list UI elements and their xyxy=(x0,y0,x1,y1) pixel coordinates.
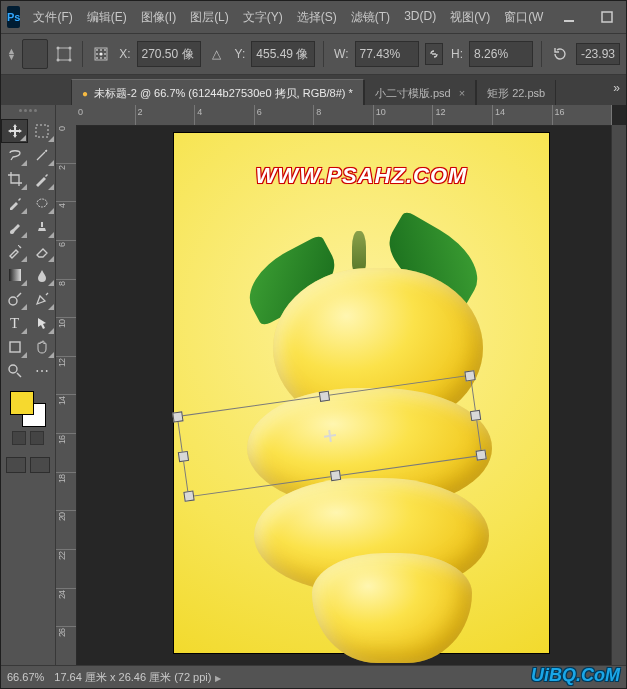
menu-3d[interactable]: 3D(D) xyxy=(397,5,443,30)
transform-handle[interactable] xyxy=(475,449,486,460)
vertical-scrollbar[interactable] xyxy=(611,125,626,666)
rotate-icon[interactable] xyxy=(550,41,570,67)
menu-view[interactable]: 视图(V) xyxy=(443,5,497,30)
x-field[interactable]: 270.50 像⁠ xyxy=(137,41,201,67)
pen-tool[interactable] xyxy=(28,287,55,311)
svg-point-11 xyxy=(96,53,98,55)
svg-rect-2 xyxy=(58,48,70,60)
menu-window[interactable]: 窗口(W xyxy=(497,5,550,30)
slice-tool[interactable] xyxy=(28,167,55,191)
svg-point-9 xyxy=(100,49,102,51)
color-swatches xyxy=(1,383,55,449)
crop-tool[interactable] xyxy=(1,167,28,191)
tabs-overflow-icon[interactable]: » xyxy=(613,81,620,95)
h-field[interactable]: 8.26% xyxy=(469,41,533,67)
menu-file[interactable]: 文件(F) xyxy=(26,5,79,30)
svg-point-3 xyxy=(57,47,60,50)
marquee-tool[interactable] xyxy=(28,119,55,143)
photoshop-window: Ps 文件(F) 编辑(E) 图像(I) 图层(L) 文字(Y) 选择(S) 滤… xyxy=(0,0,627,689)
tab-second[interactable]: 小二寸模版.psd × xyxy=(364,80,476,106)
svg-rect-17 xyxy=(36,125,48,137)
type-tool[interactable]: T xyxy=(1,311,28,335)
swap-colors-icon[interactable] xyxy=(30,431,44,445)
svg-rect-0 xyxy=(564,20,574,22)
transform-handle[interactable] xyxy=(178,451,189,462)
ruler-origin[interactable] xyxy=(56,105,77,126)
y-label: Y: xyxy=(235,47,246,61)
shape-tool[interactable] xyxy=(1,335,28,359)
transform-handle[interactable] xyxy=(183,490,194,501)
brush-tool[interactable] xyxy=(1,215,28,239)
clone-stamp-tool[interactable] xyxy=(28,215,55,239)
document-info[interactable]: 17.64 厘米 x 26.46 厘米 (72 ppi)▶ xyxy=(54,670,221,685)
hand-tool[interactable] xyxy=(28,335,55,359)
workspace: T ⋯ xyxy=(1,105,626,666)
svg-rect-20 xyxy=(9,269,21,281)
minimize-button[interactable] xyxy=(550,3,588,31)
lasso-tool[interactable] xyxy=(1,143,28,167)
transform-handle[interactable] xyxy=(470,410,481,421)
lemon-slice xyxy=(312,553,472,663)
w-label: W: xyxy=(334,47,348,61)
zoom-level[interactable]: 66.67% xyxy=(7,671,44,683)
svg-point-18 xyxy=(45,150,47,152)
transform-center-icon[interactable] xyxy=(323,429,337,443)
screenmode-icon[interactable] xyxy=(30,457,50,473)
move-tool[interactable] xyxy=(1,119,28,143)
tab-close-icon[interactable]: × xyxy=(459,87,465,99)
history-brush-tool[interactable] xyxy=(1,239,28,263)
transform-mode-icon[interactable] xyxy=(54,41,74,67)
x-label: X: xyxy=(119,47,130,61)
ruler-horizontal[interactable]: 0246810121416 xyxy=(76,105,612,126)
y-field[interactable]: 455.49 像⁠ xyxy=(251,41,315,67)
menu-layer[interactable]: 图层(L) xyxy=(183,5,236,30)
default-colors-icon[interactable] xyxy=(12,431,26,445)
lemon-stem xyxy=(352,231,366,271)
w-field[interactable]: 77.43% xyxy=(355,41,419,67)
watermark-text: WWW.PSAHZ.COM xyxy=(174,163,549,189)
link-aspect-icon[interactable] xyxy=(425,43,444,65)
zoom-tool[interactable] xyxy=(1,359,28,383)
magic-wand-tool[interactable] xyxy=(28,143,55,167)
svg-point-12 xyxy=(99,52,102,55)
options-expand[interactable]: ▲▼ xyxy=(7,48,16,60)
dodge-tool[interactable] xyxy=(1,287,28,311)
menu-select[interactable]: 选择(S) xyxy=(290,5,344,30)
tab-third[interactable]: 矩形 22.psb xyxy=(476,80,556,106)
transform-handle[interactable] xyxy=(329,470,340,481)
maximize-button[interactable] xyxy=(588,3,626,31)
delta-icon[interactable]: △ xyxy=(207,41,227,67)
reference-point-icon[interactable] xyxy=(91,41,111,67)
main-menu: 文件(F) 编辑(E) 图像(I) 图层(L) 文字(Y) 选择(S) 滤镜(T… xyxy=(26,5,550,30)
menu-type[interactable]: 文字(Y) xyxy=(236,5,290,30)
menu-image[interactable]: 图像(I) xyxy=(134,5,183,30)
document-tabs: ● 未标题-2 @ 66.7% (61244b27530e0 拷贝, RGB/8… xyxy=(1,75,626,106)
svg-point-21 xyxy=(9,297,17,305)
toolbox-grip[interactable] xyxy=(1,109,55,117)
titlebar: Ps 文件(F) 编辑(E) 图像(I) 图层(L) 文字(Y) 选择(S) 滤… xyxy=(1,1,626,33)
tab-active[interactable]: ● 未标题-2 @ 66.7% (61244b27530e0 拷贝, RGB/8… xyxy=(71,79,364,106)
gradient-tool[interactable] xyxy=(1,263,28,287)
svg-point-19 xyxy=(37,199,47,207)
quickmask-icon[interactable] xyxy=(6,457,26,473)
eraser-tool[interactable] xyxy=(28,239,55,263)
menu-filter[interactable]: 滤镜(T) xyxy=(344,5,397,30)
transform-handle[interactable] xyxy=(318,391,329,402)
edit-toolbar[interactable]: ⋯ xyxy=(28,359,55,383)
angle-field[interactable]: -23.93 xyxy=(576,43,620,65)
site-watermark: UiBQ.CoM xyxy=(531,665,620,686)
ruler-vertical[interactable]: 02468101214161820222426 xyxy=(56,125,77,666)
screen-mode xyxy=(1,457,55,473)
svg-point-10 xyxy=(104,49,106,51)
foreground-color[interactable] xyxy=(10,391,34,415)
tool-preset-thumb[interactable] xyxy=(22,39,48,69)
transform-handle[interactable] xyxy=(464,370,475,381)
patch-tool[interactable] xyxy=(28,191,55,215)
transform-handle[interactable] xyxy=(172,411,183,422)
eyedropper-tool[interactable] xyxy=(1,191,28,215)
menu-edit[interactable]: 编辑(E) xyxy=(80,5,134,30)
svg-point-14 xyxy=(96,57,98,59)
blur-tool[interactable] xyxy=(28,263,55,287)
svg-point-16 xyxy=(104,57,106,59)
path-select-tool[interactable] xyxy=(28,311,55,335)
